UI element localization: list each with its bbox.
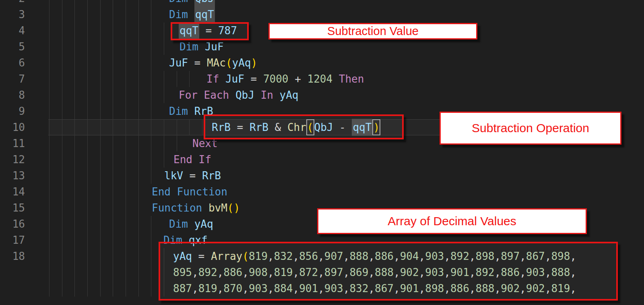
indent-guide <box>113 119 113 135</box>
code-text: RrB = RrB & Chr(QbJ - qqT) <box>212 119 380 135</box>
annotation-label-text: Array of Decimal Values <box>388 214 516 228</box>
indent-guide <box>49 87 50 103</box>
indent-guide <box>87 216 88 232</box>
indent-guide <box>151 135 151 151</box>
indent-guide <box>164 151 164 168</box>
indent-guide <box>62 119 62 135</box>
code-text: lkV = RrB <box>164 168 221 184</box>
number-token: 908 <box>249 266 268 278</box>
token: QbJ <box>314 121 333 133</box>
indent-guide <box>100 184 101 200</box>
indent-guide <box>62 264 62 280</box>
annotation-label-array-of-decimal-values: Array of Decimal Values <box>317 208 587 234</box>
code-line[interactable]: 3Dim qqT <box>0 6 644 23</box>
indent-guide <box>138 119 139 135</box>
indent-guide <box>49 168 50 184</box>
code-line[interactable]: 5Dim JuF <box>0 39 644 55</box>
code-text: If JuF = 7000 + 1204 Then <box>206 71 364 87</box>
comma-token: , <box>444 250 450 262</box>
number-token: 904 <box>400 250 419 262</box>
line-number: 7 <box>0 71 25 87</box>
code-line[interactable]: 18yAq = Array(819,832,856,907,888,886,90… <box>0 248 644 264</box>
indent-guide <box>151 248 151 264</box>
code-line[interactable]: 2Dim QbJ <box>0 0 644 6</box>
code-text: 895,892,886,908,819,872,897,869,888,902,… <box>173 264 576 280</box>
token: In <box>254 89 280 101</box>
number-token: 888 <box>476 282 495 295</box>
code-text: yAq = Array(819,832,856,907,888,886,904,… <box>173 248 576 264</box>
comma-token: , <box>394 250 400 262</box>
number-token: 886 <box>223 266 242 278</box>
line-number: 14 <box>0 184 25 200</box>
indent-guide <box>113 200 113 216</box>
code-line[interactable]: 17Dim qxf <box>0 232 644 248</box>
line-number: 18 <box>0 248 25 264</box>
token: = <box>244 73 263 85</box>
indent-guide <box>74 0 75 6</box>
indent-guide <box>49 0 50 6</box>
indent-guide <box>100 6 101 23</box>
code-line[interactable]: 895,892,886,908,819,872,897,869,888,902,… <box>0 264 644 280</box>
indent-guide <box>87 55 88 71</box>
indent-guide <box>74 119 75 135</box>
number-token: 898 <box>476 250 495 262</box>
indent-guide <box>100 0 101 6</box>
indent-guide <box>87 280 88 297</box>
number-token: 888 <box>375 266 394 278</box>
annotation-label-text: Subtraction Operation <box>472 121 589 135</box>
line-number: 2 <box>0 0 25 6</box>
token: Dim <box>163 234 189 246</box>
indent-guide <box>113 151 113 168</box>
code-line[interactable]: 12End If <box>0 151 644 168</box>
indent-guide <box>49 23 50 39</box>
token: qqT <box>179 22 199 39</box>
code-text: JuF = MAc(yAq) <box>169 55 257 71</box>
indent-guide <box>113 55 113 71</box>
indent-guide <box>87 264 88 280</box>
indent-guide <box>74 280 75 297</box>
indent-guide <box>113 71 113 87</box>
indent-guide <box>164 23 164 39</box>
indent-guide <box>138 103 139 119</box>
indent-guide <box>87 151 88 168</box>
token: qxf <box>189 234 208 246</box>
comma-token: , <box>242 266 249 278</box>
code-text: 887,819,870,903,884,901,903,832,867,901,… <box>173 280 576 297</box>
line-number: 9 <box>0 103 25 119</box>
code-line[interactable]: 7If JuF = 7000 + 1204 Then <box>0 71 644 87</box>
code-line[interactable]: 13lkV = RrB <box>0 168 644 184</box>
code-line[interactable]: 887,819,870,903,884,901,903,832,867,901,… <box>0 280 644 297</box>
code-line[interactable]: 14End Function <box>0 184 644 200</box>
annotation-label-subtraction-operation: Subtraction Operation <box>440 112 621 145</box>
indent-guide <box>164 264 164 280</box>
comma-token: , <box>368 266 375 278</box>
comma-token: , <box>318 282 324 295</box>
indent-guide <box>151 103 151 119</box>
token: = <box>188 57 207 69</box>
number-token: 819 <box>274 266 293 278</box>
number-token: 897 <box>501 250 520 262</box>
indent-guide <box>87 87 88 103</box>
indent-guide <box>138 184 139 200</box>
indent-guide <box>62 184 62 200</box>
indent-guide <box>62 135 62 151</box>
code-line[interactable]: 6JuF = MAc(yAq) <box>0 55 644 71</box>
number-token: 898 <box>425 282 444 295</box>
indent-guide <box>177 135 177 151</box>
indent-guide <box>100 168 101 184</box>
indent-guide <box>113 184 113 200</box>
indent-guide <box>49 264 50 280</box>
line-number: 5 <box>0 39 25 55</box>
token: 7000 <box>263 73 289 85</box>
code-editor[interactable]: 2Dim QbJ3Dim qqT4qqT = 7875Dim JuF6JuF =… <box>0 0 644 305</box>
number-token: 819 <box>198 282 217 295</box>
token: ) <box>251 57 258 69</box>
token: bvM <box>208 202 227 214</box>
indent-guide <box>49 232 50 248</box>
token: MAc <box>207 57 226 69</box>
comma-token: , <box>494 282 501 295</box>
indent-guide <box>138 248 139 264</box>
indent-guide <box>113 135 113 151</box>
code-line[interactable]: 8For Each QbJ In yAq <box>0 87 644 103</box>
line-number: 10 <box>0 119 25 135</box>
